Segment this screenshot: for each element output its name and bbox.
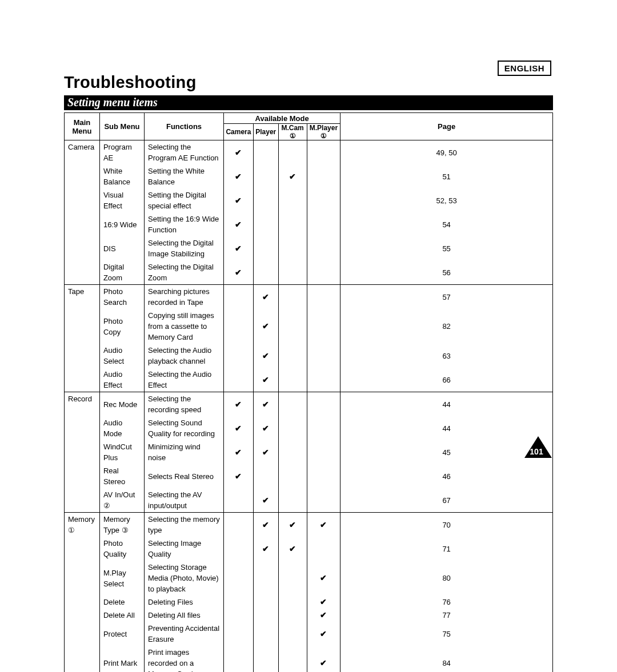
page-ref-cell: 51 [340, 164, 553, 188]
sub-menu-cell: Rec Mode [99, 392, 144, 417]
page: ENGLISH Troubleshooting Setting menu ite… [0, 0, 617, 672]
col-camera: Camera [224, 124, 254, 140]
mode-cell-player [253, 609, 278, 622]
page-ref-cell: 71 [340, 537, 553, 561]
function-cell: Selecting Image Quality [145, 537, 224, 561]
mode-cell-camera [224, 513, 254, 537]
mode-cell-camera: ✔ [224, 440, 254, 464]
mode-cell-camera: ✔ [224, 416, 254, 440]
sub-menu-cell: Audio Select [99, 344, 144, 368]
mode-cell-mplayer [307, 164, 340, 188]
table-head: Main Menu Sub Menu Functions Available M… [65, 113, 553, 140]
check-icon: ✔ [320, 610, 327, 619]
mode-cell-player: ✔ [253, 513, 278, 537]
mode-cell-player [253, 212, 278, 236]
check-icon: ✔ [320, 520, 327, 529]
check-icon: ✔ [262, 448, 269, 457]
note-icon: ② [103, 500, 110, 511]
table-row: Photo QualitySelecting Image Quality✔✔71 [65, 537, 553, 561]
mode-cell-mcam [278, 646, 307, 672]
mode-cell-mcam: ✔ [278, 164, 307, 188]
mode-cell-mcam [278, 488, 307, 513]
table-row: Real StereoSelects Real Stereo✔46 [65, 464, 553, 488]
mode-cell-mcam: ✔ [278, 537, 307, 561]
mode-cell-mcam: ✔ [278, 513, 307, 537]
table-body: CameraProgram AESelecting the Program AE… [65, 140, 553, 673]
check-icon: ✔ [320, 573, 327, 582]
mode-cell-camera: ✔ [224, 140, 254, 165]
table-row: 16:9 WideSetting the 16:9 Wide Function✔… [65, 212, 553, 236]
mode-cell-camera [224, 537, 254, 561]
mode-cell-mplayer: ✔ [307, 609, 340, 622]
mode-cell-mplayer [307, 236, 340, 260]
table-row: DeleteDeleting Files✔76 [65, 595, 553, 609]
function-cell: Selecting the Audio Effect [145, 368, 224, 392]
main-menu-cell: Memory ① [65, 513, 100, 673]
mode-cell-player [253, 646, 278, 672]
mode-cell-camera [224, 622, 254, 646]
mode-cell-mplayer [307, 464, 340, 488]
main-menu-cell: Camera [65, 140, 100, 285]
table-row: WindCut PlusMinimizing wind noise✔✔45 [65, 440, 553, 464]
check-icon: ✔ [289, 544, 296, 553]
page-ref-cell: 66 [340, 368, 553, 392]
table-row: Memory ①Memory Type ③Selecting the memor… [65, 513, 553, 537]
mode-cell-mplayer [307, 285, 340, 309]
page-ref-cell: 70 [340, 513, 553, 537]
mode-cell-mcam [278, 440, 307, 464]
check-icon: ✔ [235, 424, 242, 433]
function-cell: Deleting Files [145, 595, 224, 609]
check-icon: ✔ [235, 472, 242, 481]
sub-menu-cell: Program AE [99, 140, 144, 165]
sub-menu-cell: Delete [99, 595, 144, 609]
mode-cell-mcam [278, 188, 307, 212]
mode-cell-camera [224, 488, 254, 513]
page-ref-cell: 55 [340, 236, 553, 260]
table-row: DISSelecting the Digital Image Stabilizi… [65, 236, 553, 260]
check-icon: ✔ [235, 172, 242, 181]
mode-cell-mplayer [307, 440, 340, 464]
mode-cell-mplayer: ✔ [307, 622, 340, 646]
function-cell: Minimizing wind noise [145, 440, 224, 464]
function-cell: Selecting the recording speed [145, 392, 224, 417]
page-ref-cell: 52, 53 [340, 188, 553, 212]
table-row: RecordRec ModeSelecting the recording sp… [65, 392, 553, 417]
page-ref-cell: 54 [340, 212, 553, 236]
mode-cell-camera [224, 561, 254, 595]
sub-menu-cell: Protect [99, 622, 144, 646]
mode-cell-player: ✔ [253, 488, 278, 513]
note-icon: ① [68, 525, 75, 536]
mode-cell-player: ✔ [253, 344, 278, 368]
mode-cell-mcam [278, 344, 307, 368]
mode-cell-mcam [278, 260, 307, 285]
table-row: Audio EffectSelecting the Audio Effect✔6… [65, 368, 553, 392]
table-row: M.Play SelectSelecting Storage Media (Ph… [65, 561, 553, 595]
page-ref-cell: 84 [340, 646, 553, 672]
function-cell: Searching pictures recorded in Tape [145, 285, 224, 309]
mode-cell-mplayer [307, 537, 340, 561]
page-ref-cell: 76 [340, 595, 553, 609]
mode-cell-mplayer: ✔ [307, 561, 340, 595]
function-cell: Preventing Accidental Erasure [145, 622, 224, 646]
mode-cell-camera [224, 646, 254, 672]
mode-cell-camera: ✔ [224, 212, 254, 236]
mode-cell-mplayer: ✔ [307, 595, 340, 609]
check-icon: ✔ [235, 148, 242, 157]
table-row: AV In/Out ②Selecting the AV input/output… [65, 488, 553, 513]
mode-cell-player [253, 236, 278, 260]
table-row: Audio SelectSelecting the Audio playback… [65, 344, 553, 368]
table-row: Print MarkPrint images recorded on a Mem… [65, 646, 553, 672]
function-cell: Setting the Digital special effect [145, 188, 224, 212]
sub-menu-cell: Photo Quality [99, 537, 144, 561]
mode-cell-player: ✔ [253, 416, 278, 440]
mode-cell-camera [224, 609, 254, 622]
mode-cell-mcam [278, 140, 307, 165]
table-row: Visual EffectSetting the Digital special… [65, 188, 553, 212]
sub-menu-cell: Visual Effect [99, 188, 144, 212]
page-title: Troubleshooting [64, 73, 553, 92]
function-cell: Selecting the AV input/output [145, 488, 224, 513]
mode-cell-camera: ✔ [224, 464, 254, 488]
mode-cell-mcam [278, 609, 307, 622]
mode-cell-mplayer [307, 140, 340, 165]
page-ref-cell: 56 [340, 260, 553, 285]
